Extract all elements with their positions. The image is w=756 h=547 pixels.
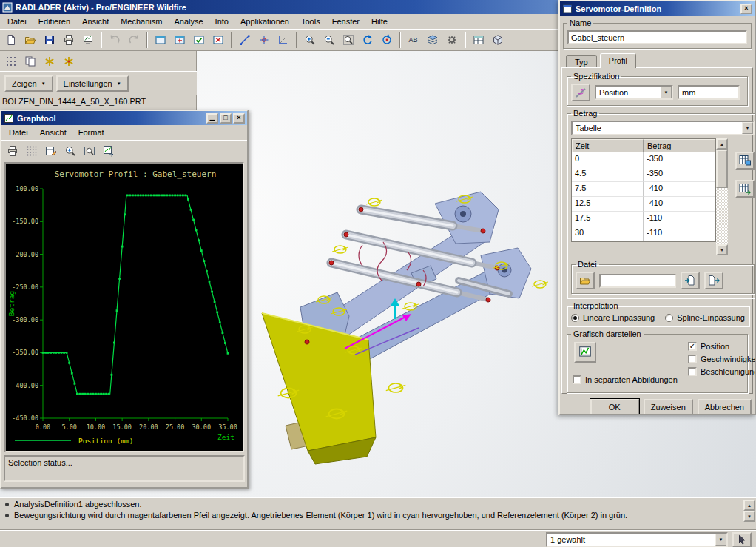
save-to-file-button[interactable] — [704, 272, 723, 289]
window-close-button[interactable] — [209, 31, 227, 49]
checkbox-position[interactable]: ✓ Position — [688, 342, 729, 351]
chevron-down-icon[interactable]: ▼ — [742, 122, 753, 134]
append-row-button[interactable] — [735, 180, 755, 198]
grid-points-button[interactable] — [23, 142, 41, 160]
reorient-button[interactable] — [378, 31, 396, 49]
table-cell[interactable]: 17.5 — [572, 212, 644, 226]
zuweisen-button[interactable]: Zuweisen — [644, 399, 693, 415]
table-row[interactable]: 4.5-350 — [572, 167, 715, 182]
ok-button[interactable]: OK — [590, 399, 639, 415]
menu-tools[interactable]: Tools — [295, 15, 326, 28]
menu-ansicht[interactable]: Ansicht — [76, 15, 115, 28]
profile-table[interactable]: ZeitBetrag0-3504.5-3507.5-41012.5-41017.… — [571, 138, 716, 242]
table-cell[interactable]: -110 — [644, 212, 715, 226]
radio-spline-einpassung[interactable]: Spline-Einpassung — [665, 313, 745, 322]
annotation-star-button[interactable] — [41, 53, 58, 70]
table-row[interactable]: 30-110 — [572, 226, 715, 241]
chevron-down-icon[interactable]: ▼ — [715, 534, 726, 546]
chevron-down-icon[interactable]: ▼ — [661, 87, 672, 98]
zoom-out-button[interactable] — [320, 31, 338, 49]
table-row[interactable]: 12.5-410 — [572, 197, 715, 212]
save-button[interactable] — [41, 31, 58, 49]
abbrechen-button[interactable]: Abbrechen — [698, 399, 752, 415]
menu-editieren[interactable]: Editieren — [33, 15, 76, 28]
layers-button[interactable] — [424, 31, 442, 49]
table-row[interactable]: 17.5-110 — [572, 212, 715, 226]
scroll-up-icon[interactable]: ▲ — [743, 500, 755, 511]
betrag-combo[interactable]: Tabelle ▼ — [571, 121, 755, 135]
open-folder-button[interactable] — [21, 31, 39, 49]
rename-ab-button[interactable]: AB — [405, 31, 422, 49]
settings-button[interactable] — [443, 31, 461, 49]
message-scrollbar[interactable]: ▲ ▼ — [743, 500, 755, 522]
table-cell[interactable]: -350 — [644, 152, 715, 167]
checkbox-beschleunigung[interactable]: Beschleunigung — [688, 367, 756, 376]
selection-combo[interactable]: 1 gewählt ▼ — [546, 532, 728, 547]
table-cell[interactable]: 0 — [572, 152, 644, 167]
menu-analyse[interactable]: Analyse — [168, 15, 209, 28]
print-button[interactable] — [4, 142, 21, 160]
name-input[interactable] — [567, 30, 747, 44]
zoom-fit-button[interactable] — [340, 31, 357, 49]
export-graph-button[interactable] — [100, 142, 118, 160]
load-from-file-button[interactable] — [681, 272, 700, 289]
radio-lineare-einpassung[interactable]: Lineare Einpassung — [571, 313, 655, 322]
einstellungen-button[interactable]: Einstellungen ▼ — [56, 75, 129, 92]
menu-datei[interactable]: Datei — [3, 126, 34, 139]
window-new-button[interactable] — [152, 31, 169, 49]
datum-csys-button[interactable] — [274, 31, 292, 49]
zeigen-button[interactable]: Zeigen ▼ — [4, 75, 53, 92]
datum-point-button[interactable] — [255, 31, 273, 49]
grid-snap-button[interactable] — [2, 53, 20, 70]
scrollbar-thumb[interactable] — [716, 150, 728, 188]
graphtool-titlebar[interactable]: Graphtool ▬ □ × — [1, 111, 247, 125]
menu-mechanism[interactable]: Mechanism — [115, 15, 168, 28]
table-cell[interactable]: 4.5 — [572, 167, 644, 182]
selection-filter-button[interactable] — [732, 532, 752, 547]
table-cell[interactable]: -410 — [644, 182, 715, 197]
edit-table-button[interactable] — [42, 142, 60, 160]
display-style-button[interactable] — [489, 31, 507, 49]
menu-hilfe[interactable]: Hilfe — [365, 15, 394, 28]
dialog-titlebar[interactable]: Servomotor-Definition × — [560, 1, 755, 16]
annotation-star2-button[interactable] — [60, 53, 78, 70]
print-button[interactable] — [60, 31, 78, 49]
scroll-up-icon[interactable]: ▲ — [716, 138, 728, 150]
menu-applikationen[interactable]: Applikationen — [234, 15, 295, 28]
checkbox-geschwindigkeit[interactable]: Geschwindigkeit — [688, 355, 756, 363]
copy-object-button[interactable] — [21, 53, 39, 70]
tab-profil[interactable]: Profil — [600, 53, 636, 68]
scroll-down-icon[interactable]: ▼ — [743, 511, 755, 522]
datum-line-button[interactable] — [236, 31, 254, 49]
redo-button[interactable] — [125, 31, 143, 49]
maximize-button[interactable]: □ — [220, 113, 232, 124]
plot-print-button[interactable] — [79, 31, 97, 49]
undo-button[interactable] — [106, 31, 124, 49]
table-cell[interactable]: 30 — [572, 226, 644, 241]
table-scrollbar[interactable]: ▲ ▼ — [716, 138, 728, 255]
table-cell[interactable]: 12.5 — [572, 197, 644, 212]
view-manager-button[interactable] — [470, 31, 487, 49]
window-check-button[interactable] — [190, 31, 208, 49]
motor-axis-button[interactable] — [571, 84, 590, 101]
refresh-button[interactable] — [359, 31, 377, 49]
menu-ansicht[interactable]: Ansicht — [34, 126, 72, 139]
file-path-field[interactable] — [599, 274, 676, 288]
checkbox-separate-abbildungen[interactable]: In separaten Abbildungen — [573, 375, 678, 384]
table-row[interactable]: 7.5-410 — [572, 182, 715, 197]
table-cell[interactable]: -350 — [644, 167, 715, 182]
menu-fenster[interactable]: Fenster — [326, 15, 365, 28]
zoom-in-button[interactable] — [61, 142, 79, 160]
close-icon[interactable]: × — [233, 113, 245, 124]
insert-row-button[interactable] — [735, 152, 755, 170]
table-cell[interactable]: -110 — [644, 226, 715, 241]
new-file-button[interactable] — [2, 31, 20, 49]
table-cell[interactable]: -410 — [644, 197, 715, 212]
menu-datei[interactable]: Datei — [1, 15, 33, 28]
window-activate-button[interactable] — [171, 31, 189, 49]
open-file-button[interactable] — [576, 272, 595, 289]
table-row[interactable]: 0-350 — [572, 152, 715, 167]
show-graph-button[interactable] — [574, 342, 596, 363]
minimize-button[interactable]: ▬ — [206, 113, 218, 124]
menu-info[interactable]: Info — [209, 15, 234, 28]
